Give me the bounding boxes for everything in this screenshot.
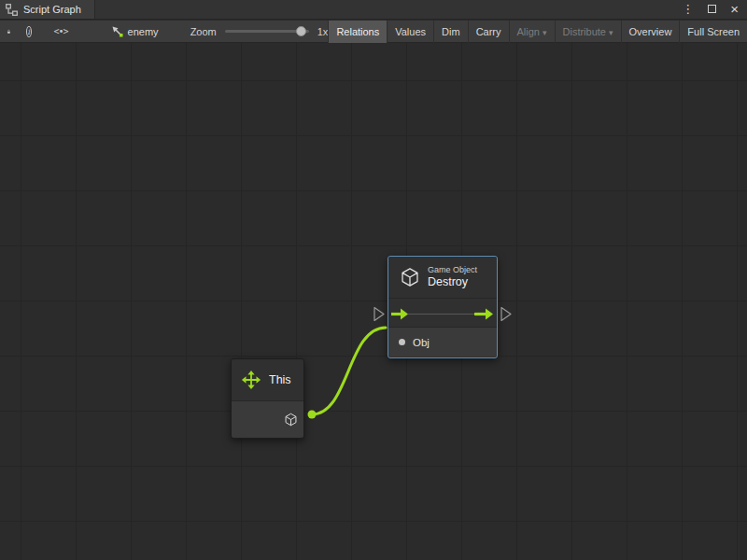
node-title: This [269, 373, 291, 387]
input-port-label: Obj [413, 337, 430, 348]
node-this-header[interactable]: This [232, 359, 303, 400]
chevron-down-icon: ▾ [543, 28, 547, 37]
move-arrows-icon [241, 370, 261, 390]
lock-icon[interactable] [7, 25, 11, 38]
carry-button[interactable]: Carry [468, 21, 509, 43]
graph-asset-icon [111, 25, 123, 37]
node-this[interactable]: This [231, 358, 304, 439]
graph-reference[interactable]: enemy [111, 25, 159, 37]
obj-input-port[interactable]: Obj [388, 327, 497, 357]
chevron-down-icon: ▾ [609, 28, 613, 37]
cube-icon[interactable] [284, 413, 298, 427]
graph-name: enemy [128, 26, 159, 37]
toolbar-buttons: Relations Values Dim Carry Align▾ Distri… [328, 21, 747, 43]
overview-button[interactable]: Overview [621, 21, 680, 43]
node-destroy[interactable]: Game Object Destroy Obj [388, 256, 498, 358]
distribute-dropdown[interactable]: Distribute▾ [555, 21, 621, 43]
values-button[interactable]: Values [387, 21, 433, 43]
fullscreen-button[interactable]: Full Screen [679, 21, 747, 43]
node-this-output-row [232, 400, 303, 438]
zoom-label: Zoom [190, 26, 217, 37]
tab-title: Script Graph [23, 4, 81, 15]
output-port-dot[interactable] [308, 411, 317, 419]
align-label: Align [517, 26, 540, 37]
node-category: Game Object [428, 265, 477, 275]
graph-toolbar: i <•> enemy Zoom 1x Relations Values Dim… [0, 21, 747, 43]
info-icon[interactable]: i [26, 26, 32, 37]
node-destroy-text: Game Object Destroy [428, 265, 477, 289]
control-flow-row [388, 299, 497, 327]
dim-button[interactable]: Dim [433, 21, 468, 43]
zoom-control: Zoom 1x [190, 26, 329, 37]
maximize-icon [708, 5, 716, 13]
close-button[interactable]: × [730, 0, 739, 19]
maximize-button[interactable] [708, 0, 716, 19]
incoming-flow-triangle-icon [374, 308, 384, 321]
zoom-slider[interactable] [225, 30, 309, 33]
align-dropdown[interactable]: Align▾ [509, 21, 555, 43]
graph-canvas[interactable]: Game Object Destroy Obj This [0, 43, 747, 560]
node-title: Destroy [428, 275, 477, 289]
window-controls: ⋮ × [682, 0, 747, 19]
cube-icon [400, 267, 420, 287]
connection-wire[interactable] [312, 328, 386, 414]
input-port-dot[interactable] [399, 339, 405, 345]
node-destroy-header[interactable]: Game Object Destroy [388, 257, 497, 299]
script-graph-icon [6, 4, 18, 16]
code-preview-icon[interactable]: <•> [54, 26, 68, 36]
zoom-value: 1x [317, 26, 329, 37]
window-titlebar: Script Graph ⋮ × [0, 0, 747, 20]
distribute-label: Distribute [563, 26, 606, 37]
window-menu-button[interactable]: ⋮ [682, 0, 694, 19]
graph-overlay [0, 43, 747, 560]
tab-script-graph[interactable]: Script Graph [0, 0, 95, 19]
zoom-slider-knob[interactable] [296, 26, 306, 36]
outgoing-flow-triangle-icon [501, 308, 511, 321]
relations-button[interactable]: Relations [328, 21, 387, 43]
